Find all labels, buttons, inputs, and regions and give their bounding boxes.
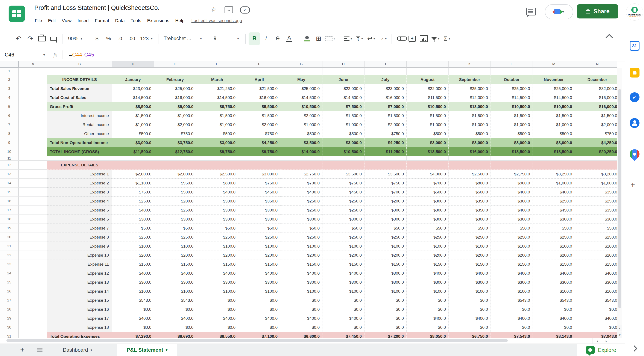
cell-D12[interactable] xyxy=(154,160,196,170)
row-header-26[interactable]: 26 xyxy=(0,287,19,296)
cell-L29[interactable]: $400.0 xyxy=(491,314,533,323)
cell-A18[interactable] xyxy=(19,215,47,224)
cell-I11[interactable] xyxy=(364,156,406,160)
cell-J1[interactable] xyxy=(406,68,449,75)
cell-J31[interactable]: $8,050.0 xyxy=(406,332,449,338)
cell-G5[interactable]: $10,500.0 xyxy=(280,102,322,111)
column-header-K[interactable]: K xyxy=(449,61,491,68)
cell-M9[interactable]: $3,000.0 xyxy=(533,138,575,147)
cell-D23[interactable]: $150.0 xyxy=(154,260,196,269)
cell-A2[interactable] xyxy=(19,75,47,84)
cell-L30[interactable]: $0.0 xyxy=(491,323,533,332)
cell-I16[interactable]: $200.0 xyxy=(364,197,406,206)
cell-G17[interactable]: $250.0 xyxy=(280,206,322,215)
cell-I28[interactable]: $0.0 xyxy=(364,305,406,314)
cell-H13[interactable]: $3,500.0 xyxy=(322,170,364,179)
cell-F15[interactable]: $450.0 xyxy=(238,188,280,197)
cell-N23[interactable]: $150.0 xyxy=(575,260,617,269)
scroll-up-icon[interactable]: ▲ xyxy=(617,325,622,331)
cell-I30[interactable]: $0.0 xyxy=(364,323,406,332)
cell-D1[interactable] xyxy=(154,68,196,75)
cell-A30[interactable] xyxy=(19,323,47,332)
cell-C29[interactable]: $400.0 xyxy=(112,314,154,323)
spreadsheet-grid[interactable]: ABCDEFGHIJKLMN12INCOME DETAILSJanuaryFeb… xyxy=(0,61,617,338)
cell-N21[interactable]: $100.0 xyxy=(575,242,617,251)
row-header-27[interactable]: 27 xyxy=(0,296,19,305)
cell-F27[interactable]: $0.0 xyxy=(238,296,280,305)
cell-L21[interactable]: $100.0 xyxy=(491,242,533,251)
vertical-scrollbar[interactable]: ▲ ▼ xyxy=(617,68,622,338)
cell-H11[interactable] xyxy=(322,156,364,160)
cell-D20[interactable]: $250.0 xyxy=(154,233,196,242)
column-header-N[interactable]: N xyxy=(575,61,617,68)
cell-M12[interactable] xyxy=(533,160,575,170)
cell-B30[interactable]: Expense 18 xyxy=(47,323,112,332)
cell-B4[interactable]: Total Cost of Sales xyxy=(47,93,112,102)
cell-G18[interactable]: $300.0 xyxy=(280,215,322,224)
cell-L13[interactable]: $2,750.0 xyxy=(491,170,533,179)
cell-L25[interactable]: $300.0 xyxy=(491,278,533,287)
cell-F25[interactable]: $300.0 xyxy=(238,278,280,287)
cell-C26[interactable]: $100.0 xyxy=(112,287,154,296)
tasks-icon[interactable]: ✓ xyxy=(630,92,640,102)
cell-A16[interactable] xyxy=(19,197,47,206)
cell-L3[interactable]: $25,000.0 xyxy=(491,84,533,93)
cell-J12[interactable] xyxy=(406,160,449,170)
cell-A19[interactable] xyxy=(19,224,47,233)
cell-G29[interactable]: $400.0 xyxy=(280,314,322,323)
cell-G30[interactable]: $0.0 xyxy=(280,323,322,332)
cell-H6[interactable]: $1,500.0 xyxy=(322,111,364,120)
cell-G15[interactable]: $400.0 xyxy=(280,188,322,197)
cell-F4[interactable]: $16,000.0 xyxy=(238,93,280,102)
cell-F23[interactable]: $150.0 xyxy=(238,260,280,269)
cell-N13[interactable]: $3,200.0 xyxy=(575,170,617,179)
cell-B14[interactable]: Expense 2 xyxy=(47,179,112,188)
cell-D31[interactable]: $6,693.0 xyxy=(154,332,196,338)
row-header-14[interactable]: 14 xyxy=(0,179,19,188)
cell-F13[interactable]: $3,000.0 xyxy=(238,170,280,179)
cell-E18[interactable]: $300.0 xyxy=(196,215,238,224)
cell-F10[interactable]: $9,750.0 xyxy=(238,147,280,156)
functions-button[interactable]: Σ ▾ xyxy=(441,32,453,45)
cell-A31[interactable] xyxy=(19,332,47,338)
cell-H15[interactable]: $450.0 xyxy=(322,188,364,197)
cell-E29[interactable]: $400.0 xyxy=(196,314,238,323)
cell-E28[interactable]: $0.0 xyxy=(196,305,238,314)
cell-K21[interactable]: $100.0 xyxy=(449,242,491,251)
cell-K17[interactable]: $350.0 xyxy=(449,206,491,215)
cell-N5[interactable]: $16,000.0 xyxy=(575,102,617,111)
cell-F22[interactable]: $200.0 xyxy=(238,251,280,260)
redo-button[interactable]: ↷ xyxy=(24,32,36,45)
cell-I5[interactable]: $7,000.0 xyxy=(364,102,406,111)
cell-C1[interactable] xyxy=(112,68,154,75)
cell-G19[interactable]: $50.0 xyxy=(280,224,322,233)
cell-I1[interactable] xyxy=(364,68,406,75)
cell-N1[interactable] xyxy=(575,68,617,75)
cell-I19[interactable]: $50.0 xyxy=(364,224,406,233)
cell-H14[interactable]: $750.0 xyxy=(322,179,364,188)
format-currency-button[interactable]: $ xyxy=(91,32,103,45)
cell-I12[interactable] xyxy=(364,160,406,170)
cell-L15[interactable]: $400.0 xyxy=(491,188,533,197)
cell-E1[interactable] xyxy=(196,68,238,75)
cell-C28[interactable]: $0.0 xyxy=(112,305,154,314)
cell-E13[interactable]: $2,500.0 xyxy=(196,170,238,179)
cell-L14[interactable]: $900.0 xyxy=(491,179,533,188)
cell-D5[interactable]: $9,000.0 xyxy=(154,102,196,111)
cell-L18[interactable]: $300.0 xyxy=(491,215,533,224)
cell-J18[interactable]: $300.0 xyxy=(406,215,449,224)
format-percent-button[interactable]: % xyxy=(103,32,114,45)
cell-H10[interactable]: $10,500.0 xyxy=(322,147,364,156)
row-header-28[interactable]: 28 xyxy=(0,305,19,314)
cell-N30[interactable]: $0.0 xyxy=(575,323,617,332)
cell-C19[interactable]: $50.0 xyxy=(112,224,154,233)
cell-H2[interactable]: June xyxy=(322,75,364,84)
cell-J15[interactable]: $500.0 xyxy=(406,188,449,197)
cell-B15[interactable]: Expense 3 xyxy=(47,188,112,197)
cell-G23[interactable]: $150.0 xyxy=(280,260,322,269)
cell-A17[interactable] xyxy=(19,206,47,215)
menu-tools[interactable]: Tools xyxy=(128,17,144,24)
cell-M17[interactable]: $450.0 xyxy=(533,206,575,215)
cell-D19[interactable]: $50.0 xyxy=(154,224,196,233)
cell-H12[interactable] xyxy=(322,160,364,170)
